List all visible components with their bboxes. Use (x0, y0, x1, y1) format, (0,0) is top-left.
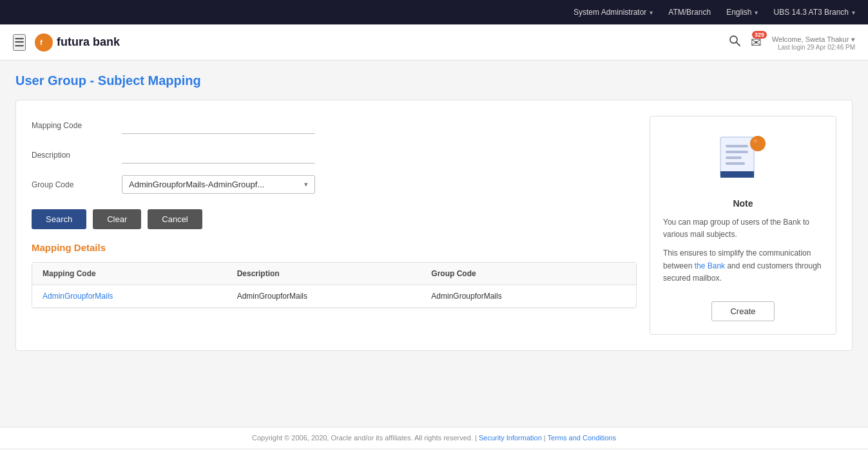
table-header: Mapping Code Description Group Code (32, 263, 636, 285)
group-code-input-wrapper: AdminGroupforMails-AdminGroupf... ▾ (122, 175, 315, 194)
atm-branch-menu[interactable]: ATM/Branch (668, 8, 711, 17)
svg-point-10 (750, 136, 766, 151)
row-description: AdminGroupforMails (237, 292, 432, 301)
group-code-select[interactable]: AdminGroupforMails-AdminGroupf... ▾ (122, 175, 315, 194)
logo-icon: f (35, 33, 53, 52)
note-panel: Note You can map group of users of the B… (650, 116, 836, 335)
svg-rect-9 (720, 171, 754, 178)
description-input[interactable] (122, 145, 315, 164)
system-admin-label: System Administrator (574, 8, 646, 17)
branch-chevron: ▾ (852, 9, 855, 16)
search-button[interactable]: Search (32, 209, 86, 229)
mapping-code-link[interactable]: AdminGroupforMails (43, 292, 113, 301)
row-mapping-code: AdminGroupforMails (43, 292, 237, 301)
user-chevron: ▾ (851, 35, 855, 43)
note-title: Note (733, 198, 753, 209)
top-bar: System Administrator ▾ ATM/Branch Englis… (0, 0, 868, 24)
group-code-label: Group Code (32, 175, 122, 189)
group-code-field: Group Code AdminGroupforMails-AdminGroup… (32, 175, 637, 194)
language-label: English (726, 8, 751, 17)
note-svg-icon (714, 129, 772, 187)
language-menu[interactable]: English ▾ (726, 8, 758, 17)
form-section: Mapping Code Description Group Code (32, 116, 637, 335)
svg-point-0 (37, 35, 51, 50)
security-info-link[interactable]: Security Information (479, 434, 542, 442)
atm-branch-label: ATM/Branch (668, 8, 711, 17)
description-field: Description (32, 145, 637, 164)
row-group-code: AdminGroupforMails (431, 292, 626, 301)
language-chevron: ▾ (755, 9, 758, 16)
svg-point-2 (730, 36, 737, 43)
branch-label: UBS 14.3 AT3 Branch (773, 8, 849, 17)
page-title: User Group - Subject Mapping (15, 73, 853, 88)
main-layout: Mapping Code Description Group Code (32, 116, 836, 335)
welcome-text: Welcome, Sweta Thakur ▾ (772, 34, 855, 44)
mail-notification[interactable]: ✉ 329 (751, 35, 762, 50)
svg-rect-6 (726, 151, 748, 153)
logo-text: futura bank (57, 35, 120, 49)
mapping-table: Mapping Code Description Group Code Admi… (32, 262, 637, 308)
search-icon-button[interactable] (729, 35, 740, 50)
header-right: ✉ 329 Welcome, Sweta Thakur ▾ Last login… (729, 34, 855, 51)
last-login: Last login 29 Apr 02:46 PM (772, 44, 855, 51)
create-button[interactable]: Create (711, 301, 774, 321)
description-label: Description (32, 145, 122, 160)
hamburger-menu[interactable]: ☰ (13, 34, 26, 51)
svg-text:f: f (40, 39, 43, 46)
table-row: AdminGroupforMails AdminGroupforMails Ad… (32, 285, 636, 308)
page-content: User Group - Subject Mapping Mapping Cod… (0, 61, 868, 427)
system-admin-chevron: ▾ (650, 9, 653, 16)
col-description: Description (237, 269, 432, 278)
button-row: Search Clear Cancel (32, 209, 637, 229)
clear-button[interactable]: Clear (93, 209, 141, 229)
mapping-details-title: Mapping Details (32, 242, 637, 253)
user-info[interactable]: Welcome, Sweta Thakur ▾ Last login 29 Ap… (772, 34, 855, 51)
svg-rect-5 (726, 145, 748, 147)
group-code-value: AdminGroupforMails-AdminGroupf... (129, 180, 264, 189)
note-highlight: the Bank (695, 261, 725, 270)
mapping-code-field: Mapping Code (32, 116, 637, 134)
col-mapping-code: Mapping Code (43, 269, 237, 278)
mapping-code-input[interactable] (122, 116, 315, 134)
mapping-code-input-wrapper (122, 116, 315, 134)
svg-point-11 (753, 139, 757, 143)
footer-copyright: Copyright © 2006, 2020, Oracle and/or it… (252, 434, 477, 442)
terms-link[interactable]: Terms and Conditions (548, 434, 616, 442)
search-icon (729, 35, 740, 46)
branch-menu[interactable]: UBS 14.3 AT3 Branch ▾ (773, 8, 855, 17)
main-card: Mapping Code Description Group Code (15, 100, 853, 351)
svg-rect-8 (726, 162, 745, 165)
mail-badge: 329 (752, 31, 767, 39)
note-text-1: You can map group of users of the Bank t… (663, 216, 823, 241)
mapping-code-label: Mapping Code (32, 116, 122, 130)
logo: f futura bank (35, 33, 120, 52)
system-admin-menu[interactable]: System Administrator ▾ (574, 8, 653, 17)
footer: Copyright © 2006, 2020, Oracle and/or it… (0, 427, 868, 448)
header-left: ☰ f futura bank (13, 33, 120, 52)
group-code-chevron: ▾ (304, 180, 308, 189)
footer-separator: | (544, 434, 546, 442)
header: ☰ f futura bank ✉ 329 Welcome, Sweta Tha… (0, 24, 868, 61)
description-input-wrapper (122, 145, 315, 164)
col-group-code: Group Code (431, 269, 626, 278)
note-illustration (714, 129, 772, 189)
cancel-button[interactable]: Cancel (148, 209, 202, 229)
svg-rect-7 (726, 156, 742, 159)
note-text-2: This ensures to simplify the communicati… (663, 247, 823, 285)
svg-line-3 (737, 42, 740, 46)
